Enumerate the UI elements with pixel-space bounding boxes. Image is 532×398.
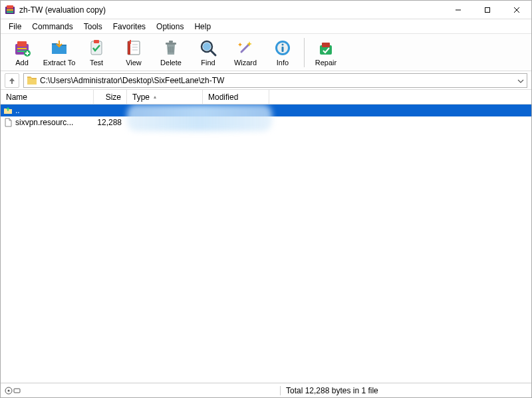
repair-button[interactable]: Repair [307,35,344,70]
menu-file[interactable]: File [3,21,27,33]
minimize-button[interactable] [444,1,473,19]
svg-rect-2 [7,9,13,11]
extract-label: Extract To [43,59,76,67]
folder-extract-icon [50,39,68,57]
window-title: zh-TW (evaluation copy) [19,5,444,15]
svg-line-30 [211,51,215,55]
repair-icon [317,39,335,57]
find-label: Find [201,59,215,67]
path-text: C:\Users\Administrator\Desktop\SixFeetLa… [40,76,517,85]
svg-rect-35 [282,47,284,52]
nav-up-button[interactable] [5,73,19,88]
add-label: Add [15,59,29,67]
close-button[interactable] [502,1,531,19]
column-size[interactable]: Size [94,90,127,104]
trash-icon [162,39,180,57]
delete-label: Delete [160,59,182,67]
delete-button[interactable]: Delete [152,35,190,70]
find-button[interactable]: Find [190,35,227,70]
titlebar: zh-TW (evaluation copy) [1,1,531,19]
test-label: Test [90,59,103,67]
status-summary: Total 12,288 bytes in 1 file [280,386,531,395]
column-type-label: Type [132,93,150,102]
svg-rect-10 [17,48,27,49]
arrow-up-icon [8,77,16,85]
repair-label: Repair [315,59,336,67]
toolbar-separator [304,38,305,67]
view-button[interactable]: View [115,35,152,70]
column-name-label: Name [6,93,27,102]
book-view-icon [124,39,143,57]
column-name[interactable]: Name [1,90,94,104]
column-modified-label: Modified [208,93,238,102]
window-controls [444,1,531,19]
clipboard-test-icon [87,39,106,57]
wizard-button[interactable]: Wizard [227,35,264,70]
svg-rect-1 [7,5,13,9]
column-size-label: Size [106,93,121,102]
column-headers: Name Size Type▴ Modified [1,90,531,104]
svg-rect-16 [94,40,99,43]
path-combobox[interactable]: C:\Users\Administrator\Desktop\SixFeetLa… [23,73,527,88]
svg-rect-5 [485,7,490,12]
view-label: View [126,59,142,67]
info-icon [273,39,292,57]
info-button[interactable]: Info [264,35,301,70]
svg-rect-22 [130,40,131,44]
svg-point-34 [282,43,284,45]
chevron-down-icon[interactable] [517,76,524,85]
menu-options[interactable]: Options [151,21,189,33]
add-button[interactable]: Add [3,35,41,70]
column-type[interactable]: Type▴ [127,90,203,104]
svg-rect-9 [17,41,27,47]
svg-rect-40 [14,389,20,393]
info-label: Info [277,59,289,67]
sort-indicator-icon: ▴ [154,94,156,100]
menubar: File Commands Tools Favorites Options He… [1,19,531,34]
magnifier-icon [199,39,217,57]
svg-line-31 [241,44,249,52]
file-list[interactable]: .. sixvpn.resourc... 12,288 [1,104,531,383]
file-name: sixvpn.resourc... [15,118,73,127]
toolbar: Add Extract To Test View Delete Find Wiz… [1,34,531,71]
column-modified[interactable]: Modified [203,90,269,104]
archive-add-icon [13,39,31,57]
svg-point-29 [203,43,211,51]
maximize-button[interactable] [473,1,502,19]
svg-rect-3 [7,11,13,13]
wand-icon [236,39,255,57]
svg-point-39 [8,389,10,391]
status-left [1,387,280,395]
file-name: .. [15,106,20,115]
menu-tools[interactable]: Tools [78,21,108,33]
extract-button[interactable]: Extract To [41,35,78,70]
menu-help[interactable]: Help [189,21,216,33]
menu-favorites[interactable]: Favorites [108,21,151,33]
redacted-region [127,104,272,131]
wizard-label: Wizard [234,59,257,67]
svg-rect-24 [169,41,173,43]
disk-icon [5,387,21,395]
folder-icon [27,76,37,85]
svg-rect-37 [322,43,330,47]
folder-up-icon [3,106,13,115]
menu-commands[interactable]: Commands [27,21,78,33]
test-button[interactable]: Test [78,35,115,70]
file-icon [3,118,13,127]
file-size: 12,288 [94,118,127,127]
app-icon [5,5,15,15]
navbar: C:\Users\Administrator\Desktop\SixFeetLa… [1,71,531,90]
svg-rect-23 [166,43,176,45]
statusbar: Total 12,288 bytes in 1 file [1,383,531,397]
